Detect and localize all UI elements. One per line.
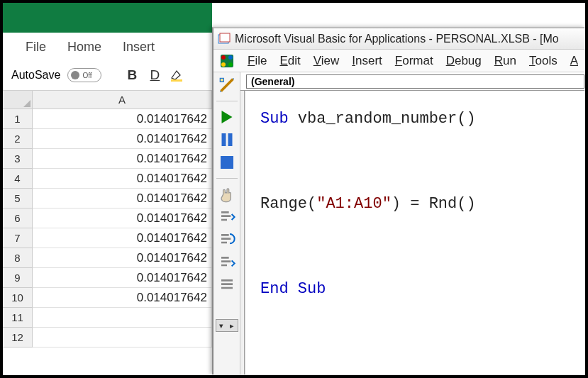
cell[interactable]: 0.014017642 <box>33 149 212 169</box>
vba-window: Microsoft Visual Basic for Applications … <box>212 27 584 374</box>
sub-name: vba_random_number <box>298 110 457 128</box>
row-header[interactable]: 2 <box>3 129 33 149</box>
object-dropdown-value: (General) <box>251 76 294 87</box>
fill-color-icon[interactable] <box>170 69 184 82</box>
autosave-label: AutoSave <box>11 69 60 82</box>
step-over-icon[interactable] <box>218 231 235 248</box>
cell[interactable]: 0.014017642 <box>33 189 212 209</box>
select-all-corner[interactable] <box>3 91 33 109</box>
row-header[interactable]: 10 <box>3 288 33 308</box>
grid-row: 60.014017642 <box>3 209 212 228</box>
excel-titlebar <box>3 3 212 33</box>
bold-button[interactable]: B <box>124 67 140 83</box>
column-header-a[interactable]: A <box>33 91 212 109</box>
step-out-icon[interactable] <box>218 254 235 271</box>
svg-rect-0 <box>171 79 182 82</box>
menu-insert[interactable]: Insert <box>352 54 382 68</box>
row-header[interactable]: 6 <box>3 209 33 228</box>
fn-range: Range <box>260 195 307 213</box>
keyword-end-sub: End Sub <box>260 280 326 298</box>
step-into-icon[interactable] <box>218 209 235 226</box>
range-arg: "A1:A10" <box>316 195 392 213</box>
cell[interactable] <box>33 308 212 328</box>
excel-window: File Home Insert AutoSave Off B D A 10.0… <box>3 3 212 375</box>
autosave-toggle[interactable]: Off <box>67 68 101 82</box>
design-mode-icon[interactable] <box>218 77 235 94</box>
svg-point-5 <box>228 55 233 60</box>
svg-rect-8 <box>221 133 226 146</box>
code-editor[interactable]: Sub vba_random_number() Range("A1:A10") … <box>240 91 584 374</box>
object-dropdown[interactable]: (General) <box>246 74 584 89</box>
row-header[interactable]: 11 <box>3 308 33 328</box>
vba-title-text: Microsoft Visual Basic for Applications … <box>235 33 559 45</box>
fn-rnd: Rnd <box>429 195 457 213</box>
row-header[interactable]: 8 <box>3 248 33 268</box>
row-header[interactable]: 4 <box>3 169 33 189</box>
vba-debug-toolbar: ▾▸ <box>213 72 240 374</box>
svg-rect-9 <box>228 133 232 146</box>
svg-rect-10 <box>221 156 233 169</box>
menu-file[interactable]: File <box>248 54 267 68</box>
grid-row: 20.014017642 <box>3 129 212 149</box>
row-header[interactable]: 3 <box>3 149 33 169</box>
stop-icon[interactable] <box>218 154 235 171</box>
vba-titlebar: Microsoft Visual Basic for Applications … <box>213 28 584 50</box>
breakpoint-list-icon[interactable] <box>218 277 235 294</box>
run-icon[interactable] <box>218 109 235 126</box>
grid-row: 12 <box>3 328 212 348</box>
procedure-selector-bar: (General) <box>240 72 584 91</box>
row-header[interactable]: 12 <box>3 328 33 348</box>
autosave-state: Off <box>82 72 91 79</box>
grid-row: 80.014017642 <box>3 248 212 268</box>
vba-app-icon <box>218 33 231 45</box>
cell[interactable]: 0.014017642 <box>33 248 212 268</box>
hand-icon[interactable] <box>218 186 235 203</box>
cell[interactable]: 0.014017642 <box>33 169 212 189</box>
menu-debug[interactable]: Debug <box>446 54 482 68</box>
cell[interactable]: 0.014017642 <box>33 268 212 288</box>
menu-addins[interactable]: A <box>570 54 578 68</box>
cell[interactable] <box>33 328 212 348</box>
view-toggle[interactable]: ▾▸ <box>216 319 238 332</box>
grid-row: 30.014017642 <box>3 149 212 169</box>
svg-rect-2 <box>220 33 230 42</box>
cell[interactable]: 0.014017642 <box>33 109 212 129</box>
svg-point-7 <box>228 62 233 67</box>
row-header[interactable]: 9 <box>3 268 33 288</box>
excel-toolbar: AutoSave Off B D <box>3 63 212 91</box>
grid-row: 100.014017642 <box>3 288 212 308</box>
grid-row: 90.014017642 <box>3 268 212 288</box>
menu-view[interactable]: View <box>314 54 340 68</box>
cell[interactable]: 0.014017642 <box>33 228 212 248</box>
spreadsheet-grid[interactable]: A 10.01401764220.01401764230.01401764240… <box>3 91 212 348</box>
menu-run[interactable]: Run <box>494 54 516 68</box>
excel-app-icon[interactable] <box>219 53 235 69</box>
ribbon-tab-insert[interactable]: Insert <box>123 40 155 55</box>
cell[interactable]: 0.014017642 <box>33 129 212 149</box>
menu-format[interactable]: Format <box>395 54 433 68</box>
cell[interactable]: 0.014017642 <box>33 209 212 228</box>
row-header[interactable]: 7 <box>3 228 33 248</box>
keyword-sub: Sub <box>260 110 289 128</box>
svg-point-6 <box>221 62 226 67</box>
svg-point-4 <box>221 55 226 60</box>
underline-button[interactable]: D <box>147 67 162 83</box>
ribbon-tab-home[interactable]: Home <box>67 40 101 55</box>
grid-row: 70.014017642 <box>3 228 212 248</box>
vba-menubar: File Edit View Insert Format Debug Run T… <box>213 50 584 72</box>
row-header[interactable]: 1 <box>3 109 33 129</box>
grid-row: 50.014017642 <box>3 189 212 209</box>
cell[interactable]: 0.014017642 <box>33 288 212 308</box>
grid-row: 40.014017642 <box>3 169 212 189</box>
grid-row: 11 <box>3 308 212 328</box>
menu-tools[interactable]: Tools <box>529 54 558 68</box>
pause-icon[interactable] <box>218 131 235 148</box>
grid-row: 10.014017642 <box>3 109 212 129</box>
row-header[interactable]: 5 <box>3 189 33 209</box>
menu-edit[interactable]: Edit <box>279 54 300 68</box>
ribbon-tab-file[interactable]: File <box>26 40 46 55</box>
excel-ribbon-tabs: File Home Insert <box>3 33 212 63</box>
